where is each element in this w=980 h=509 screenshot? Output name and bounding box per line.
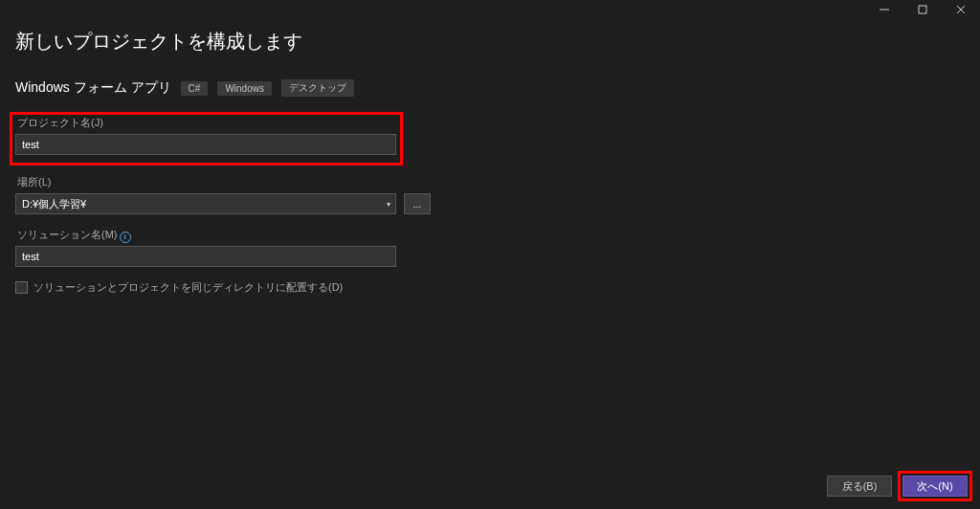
solution-name-input[interactable] [15,246,396,267]
next-button-highlight: 次へ(N) [898,471,972,501]
project-name-highlight: プロジェクト名(J) [10,112,403,166]
minimize-icon [880,5,889,14]
titlebar [0,0,980,19]
minimize-button[interactable] [865,0,903,19]
template-name: Windows フォーム アプリ [15,79,171,97]
svg-rect-1 [919,6,926,13]
maximize-icon [918,5,927,14]
same-directory-label: ソリューションとプロジェクトを同じディレクトリに配置する(D) [33,280,343,295]
close-button[interactable] [942,0,980,19]
project-name-label: プロジェクト名(J) [15,116,397,130]
template-info: Windows フォーム アプリ C# Windows デスクトップ [15,79,965,97]
template-tag-windows: Windows [217,81,272,96]
content-area: 新しいプロジェクトを構成します Windows フォーム アプリ C# Wind… [0,19,980,295]
location-dropdown[interactable] [15,193,396,214]
template-tag-desktop: デスクトップ [281,79,354,97]
back-button[interactable]: 戻る(B) [827,476,892,497]
info-icon[interactable]: i [120,232,131,243]
browse-button[interactable]: ... [404,193,431,214]
template-tag-csharp: C# [181,81,209,96]
project-name-input[interactable] [15,134,396,155]
same-directory-checkbox[interactable] [15,281,28,294]
footer-buttons: 戻る(B) 次へ(N) [827,471,972,501]
next-button[interactable]: 次へ(N) [902,476,968,497]
location-label: 場所(L) [15,175,965,189]
page-title: 新しいプロジェクトを構成します [15,29,965,55]
maximize-button[interactable] [903,0,942,19]
solution-name-label: ソリューション名(M) [15,228,118,242]
close-icon [956,5,966,14]
